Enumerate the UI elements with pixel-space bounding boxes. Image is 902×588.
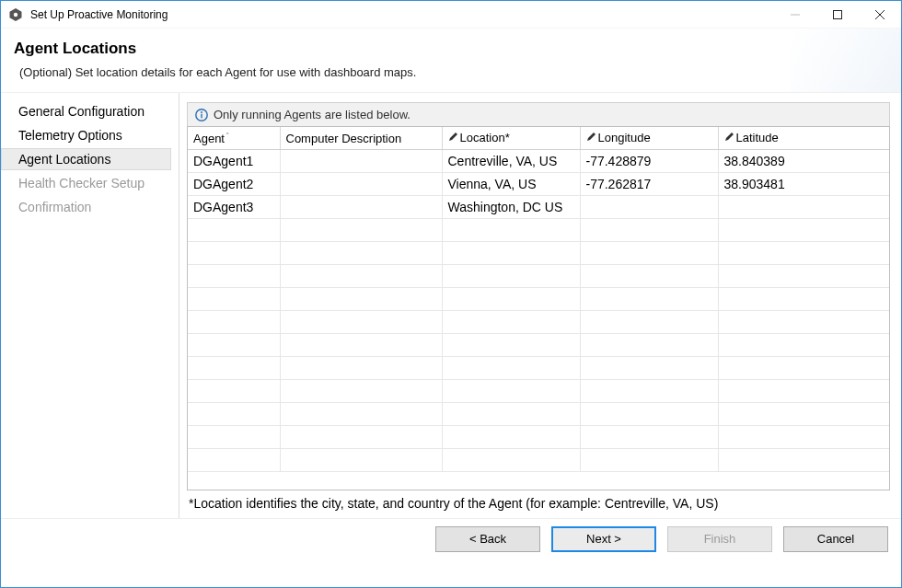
cell-location[interactable]: Vienna, VA, US (442, 173, 580, 196)
app-icon (8, 7, 23, 22)
cell-latitude[interactable]: 38.903481 (718, 173, 889, 196)
info-message: Only running Agents are listed below. (214, 108, 411, 121)
page-title: Agent Locations (14, 40, 888, 58)
sidebar-item-label: General Configuration (18, 104, 145, 119)
sidebar-item-label: Confirmation (18, 200, 91, 214)
sidebar-item-confirmation: Confirmation (1, 196, 171, 218)
sort-asc-icon: ˄ (226, 132, 230, 141)
svg-point-7 (201, 111, 202, 113)
cancel-button[interactable]: Cancel (783, 526, 888, 552)
col-longitude[interactable]: Longitude (580, 127, 718, 150)
table-row[interactable] (188, 449, 889, 472)
table-header-row: Agent˄ Computer Description Location* Lo… (188, 127, 889, 150)
col-location[interactable]: Location* (442, 127, 580, 150)
window-title: Set Up Proactive Monitoring (30, 8, 774, 21)
sidebar-item-label: Health Checker Setup (18, 176, 145, 190)
cell-agent[interactable]: DGAgent1 (188, 150, 280, 173)
table-row[interactable] (188, 265, 889, 288)
table-row[interactable] (188, 219, 889, 242)
button-bar: < Back Next > Finish Cancel (1, 518, 901, 559)
sidebar-item-label: Telemetry Options (18, 128, 122, 143)
table-row[interactable] (188, 426, 889, 449)
back-button[interactable]: < Back (435, 526, 540, 552)
sidebar-item-telemetry-options[interactable]: Telemetry Options (1, 124, 171, 146)
table-row[interactable] (188, 334, 889, 357)
pencil-icon (448, 131, 458, 144)
header-area: Agent Locations (Optional) Set location … (1, 29, 901, 93)
table-row[interactable]: DGAgent1 Centreville, VA, US -77.428879 … (188, 150, 889, 173)
footnote: *Location identifies the city, state, an… (187, 490, 890, 511)
table-row[interactable] (188, 357, 889, 380)
sidebar-item-general-configuration[interactable]: General Configuration (1, 100, 171, 122)
svg-rect-8 (201, 113, 202, 118)
minimize-button[interactable] (774, 1, 816, 29)
table-row[interactable] (188, 403, 889, 426)
table-row[interactable]: DGAgent2 Vienna, VA, US -77.262817 38.90… (188, 173, 889, 196)
svg-point-1 (14, 12, 17, 16)
cell-agent[interactable]: DGAgent3 (188, 196, 280, 219)
cell-description[interactable] (280, 173, 442, 196)
cell-longitude[interactable]: -77.428879 (580, 150, 718, 173)
sidebar-item-agent-locations[interactable]: Agent Locations (1, 148, 171, 170)
window-controls (774, 1, 901, 28)
agents-table[interactable]: Agent˄ Computer Description Location* Lo… (187, 126, 890, 490)
col-latitude[interactable]: Latitude (718, 127, 889, 150)
cell-latitude[interactable]: 38.840389 (718, 150, 889, 173)
content-pane: Only running Agents are listed below. Ag… (179, 93, 901, 518)
cell-description[interactable] (280, 196, 442, 219)
next-button[interactable]: Next > (551, 526, 656, 552)
cell-location[interactable]: Washington, DC US (442, 196, 580, 219)
cell-agent[interactable]: DGAgent2 (188, 173, 280, 196)
pencil-icon (586, 131, 596, 144)
table-row[interactable] (188, 311, 889, 334)
table-row[interactable] (188, 288, 889, 311)
col-agent[interactable]: Agent˄ (188, 127, 280, 150)
header-gradient (791, 29, 901, 92)
info-icon (195, 109, 208, 121)
pencil-icon (724, 131, 734, 144)
table-row[interactable]: DGAgent3 Washington, DC US (188, 196, 889, 219)
close-button[interactable] (859, 1, 901, 29)
cell-description[interactable] (280, 150, 442, 173)
col-description[interactable]: Computer Description (280, 127, 442, 150)
sidebar-item-health-checker-setup: Health Checker Setup (1, 172, 171, 194)
cell-longitude[interactable]: -77.262817 (580, 173, 718, 196)
maximize-button[interactable] (816, 1, 859, 29)
title-bar: Set Up Proactive Monitoring (1, 1, 901, 29)
finish-button: Finish (667, 526, 772, 552)
svg-rect-3 (834, 11, 842, 19)
cell-latitude[interactable] (718, 196, 889, 219)
info-banner: Only running Agents are listed below. (187, 102, 890, 126)
table-row[interactable] (188, 380, 889, 403)
table-row[interactable] (188, 242, 889, 265)
sidebar-item-label: Agent Locations (18, 152, 110, 167)
page-subtitle: (Optional) Set location details for each… (19, 65, 888, 79)
main-area: General Configuration Telemetry Options … (1, 93, 901, 518)
sidebar: General Configuration Telemetry Options … (1, 93, 179, 518)
cell-longitude[interactable] (580, 196, 718, 219)
cell-location[interactable]: Centreville, VA, US (442, 150, 580, 173)
